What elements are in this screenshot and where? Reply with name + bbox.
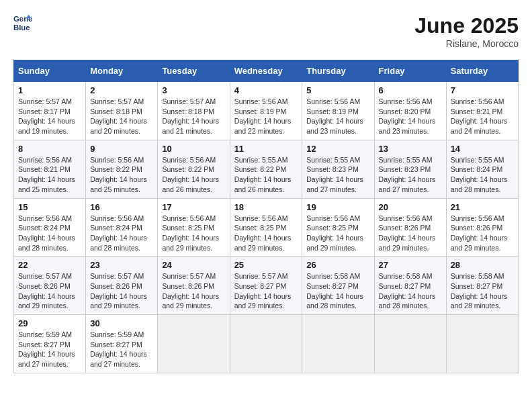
day-info: Sunrise: 5:56 AM Sunset: 8:25 PM Dayligh… [162, 214, 225, 253]
day-number: 14 [451, 144, 514, 154]
col-friday: Friday [374, 60, 446, 82]
col-monday: Monday [86, 60, 158, 82]
day-number: 9 [90, 144, 153, 154]
table-row: 15 Sunrise: 5:56 AM Sunset: 8:24 PM Dayl… [14, 198, 86, 257]
day-number: 1 [18, 85, 81, 95]
day-info: Sunrise: 5:56 AM Sunset: 8:25 PM Dayligh… [234, 214, 298, 253]
day-number: 20 [379, 202, 442, 212]
col-sunday: Sunday [14, 60, 86, 82]
calendar-header-row: Sunday Monday Tuesday Wednesday Thursday… [14, 60, 519, 82]
table-row [374, 315, 446, 373]
table-row: 24 Sunrise: 5:57 AM Sunset: 8:26 PM Dayl… [158, 257, 230, 315]
table-row: 1 Sunrise: 5:57 AM Sunset: 8:17 PM Dayli… [14, 82, 86, 140]
day-info: Sunrise: 5:56 AM Sunset: 8:26 PM Dayligh… [451, 214, 514, 253]
day-info: Sunrise: 5:56 AM Sunset: 8:19 PM Dayligh… [306, 97, 369, 136]
day-info: Sunrise: 5:56 AM Sunset: 8:21 PM Dayligh… [18, 155, 81, 195]
table-row: 14 Sunrise: 5:55 AM Sunset: 8:24 PM Dayl… [446, 140, 518, 198]
day-number: 5 [306, 85, 369, 95]
table-row: 12 Sunrise: 5:55 AM Sunset: 8:23 PM Dayl… [302, 140, 374, 198]
day-info: Sunrise: 5:56 AM Sunset: 8:24 PM Dayligh… [90, 214, 153, 253]
day-number: 2 [90, 85, 153, 95]
calendar-week-row: 22 Sunrise: 5:57 AM Sunset: 8:26 PM Dayl… [14, 257, 519, 315]
day-number: 13 [379, 144, 442, 154]
table-row [158, 315, 230, 373]
day-info: Sunrise: 5:58 AM Sunset: 8:27 PM Dayligh… [306, 271, 369, 311]
table-row: 25 Sunrise: 5:57 AM Sunset: 8:27 PM Dayl… [230, 257, 302, 315]
table-row: 17 Sunrise: 5:56 AM Sunset: 8:25 PM Dayl… [158, 198, 230, 257]
day-info: Sunrise: 5:57 AM Sunset: 8:26 PM Dayligh… [162, 271, 225, 311]
logo-icon: General Blue [13, 13, 32, 32]
day-info: Sunrise: 5:55 AM Sunset: 8:23 PM Dayligh… [379, 155, 442, 195]
day-number: 25 [234, 260, 298, 270]
table-row: 6 Sunrise: 5:56 AM Sunset: 8:20 PM Dayli… [374, 82, 446, 140]
table-row: 29 Sunrise: 5:59 AM Sunset: 8:27 PM Dayl… [14, 315, 86, 373]
day-number: 21 [451, 202, 514, 212]
day-number: 8 [18, 144, 81, 154]
day-number: 15 [18, 202, 81, 212]
day-number: 26 [306, 260, 369, 270]
day-info: Sunrise: 5:58 AM Sunset: 8:27 PM Dayligh… [379, 271, 442, 311]
day-number: 7 [451, 85, 514, 95]
table-row [446, 315, 518, 373]
day-info: Sunrise: 5:57 AM Sunset: 8:27 PM Dayligh… [234, 271, 298, 311]
table-row: 18 Sunrise: 5:56 AM Sunset: 8:25 PM Dayl… [230, 198, 302, 257]
day-info: Sunrise: 5:56 AM Sunset: 8:25 PM Dayligh… [306, 214, 369, 253]
day-number: 23 [90, 260, 153, 270]
table-row: 30 Sunrise: 5:59 AM Sunset: 8:27 PM Dayl… [86, 315, 158, 373]
table-row: 16 Sunrise: 5:56 AM Sunset: 8:24 PM Dayl… [86, 198, 158, 257]
day-number: 11 [234, 144, 298, 154]
day-info: Sunrise: 5:57 AM Sunset: 8:18 PM Dayligh… [162, 97, 225, 136]
day-info: Sunrise: 5:58 AM Sunset: 8:27 PM Dayligh… [451, 271, 514, 311]
month-title: June 2025 [414, 13, 519, 38]
table-row: 26 Sunrise: 5:58 AM Sunset: 8:27 PM Dayl… [302, 257, 374, 315]
day-number: 27 [379, 260, 442, 270]
day-number: 30 [90, 318, 153, 328]
logo: General Blue [13, 13, 32, 32]
col-wednesday: Wednesday [230, 60, 302, 82]
table-row: 22 Sunrise: 5:57 AM Sunset: 8:26 PM Dayl… [14, 257, 86, 315]
col-thursday: Thursday [302, 60, 374, 82]
day-info: Sunrise: 5:56 AM Sunset: 8:20 PM Dayligh… [379, 97, 442, 136]
day-info: Sunrise: 5:56 AM Sunset: 8:26 PM Dayligh… [379, 214, 442, 253]
day-info: Sunrise: 5:56 AM Sunset: 8:22 PM Dayligh… [90, 155, 153, 195]
table-row: 27 Sunrise: 5:58 AM Sunset: 8:27 PM Dayl… [374, 257, 446, 315]
svg-text:Blue: Blue [13, 24, 30, 32]
day-info: Sunrise: 5:56 AM Sunset: 8:24 PM Dayligh… [18, 214, 81, 253]
calendar-week-row: 29 Sunrise: 5:59 AM Sunset: 8:27 PM Dayl… [14, 315, 519, 373]
table-row: 28 Sunrise: 5:58 AM Sunset: 8:27 PM Dayl… [446, 257, 518, 315]
table-row: 10 Sunrise: 5:56 AM Sunset: 8:22 PM Dayl… [158, 140, 230, 198]
location: Rislane, Morocco [414, 38, 519, 49]
col-tuesday: Tuesday [158, 60, 230, 82]
table-row: 23 Sunrise: 5:57 AM Sunset: 8:26 PM Dayl… [86, 257, 158, 315]
day-number: 29 [18, 318, 81, 328]
day-number: 17 [162, 202, 225, 212]
day-number: 18 [234, 202, 298, 212]
calendar-week-row: 8 Sunrise: 5:56 AM Sunset: 8:21 PM Dayli… [14, 140, 519, 198]
day-info: Sunrise: 5:55 AM Sunset: 8:23 PM Dayligh… [306, 155, 369, 195]
day-number: 28 [451, 260, 514, 270]
day-number: 10 [162, 144, 225, 154]
day-number: 16 [90, 202, 153, 212]
table-row: 7 Sunrise: 5:56 AM Sunset: 8:21 PM Dayli… [446, 82, 518, 140]
calendar-week-row: 15 Sunrise: 5:56 AM Sunset: 8:24 PM Dayl… [14, 198, 519, 257]
calendar-table: Sunday Monday Tuesday Wednesday Thursday… [13, 60, 519, 373]
day-info: Sunrise: 5:57 AM Sunset: 8:26 PM Dayligh… [90, 271, 153, 311]
day-info: Sunrise: 5:56 AM Sunset: 8:22 PM Dayligh… [162, 155, 225, 195]
day-info: Sunrise: 5:55 AM Sunset: 8:24 PM Dayligh… [451, 155, 514, 195]
page-header: General Blue June 2025 Rislane, Morocco [13, 13, 519, 49]
table-row: 5 Sunrise: 5:56 AM Sunset: 8:19 PM Dayli… [302, 82, 374, 140]
table-row [230, 315, 302, 373]
table-row: 19 Sunrise: 5:56 AM Sunset: 8:25 PM Dayl… [302, 198, 374, 257]
table-row: 9 Sunrise: 5:56 AM Sunset: 8:22 PM Dayli… [86, 140, 158, 198]
day-info: Sunrise: 5:59 AM Sunset: 8:27 PM Dayligh… [90, 330, 153, 369]
day-number: 24 [162, 260, 225, 270]
col-saturday: Saturday [446, 60, 518, 82]
day-number: 19 [306, 202, 369, 212]
day-number: 22 [18, 260, 81, 270]
table-row: 8 Sunrise: 5:56 AM Sunset: 8:21 PM Dayli… [14, 140, 86, 198]
day-number: 12 [306, 144, 369, 154]
table-row [302, 315, 374, 373]
table-row: 13 Sunrise: 5:55 AM Sunset: 8:23 PM Dayl… [374, 140, 446, 198]
table-row: 21 Sunrise: 5:56 AM Sunset: 8:26 PM Dayl… [446, 198, 518, 257]
day-number: 6 [379, 85, 442, 95]
